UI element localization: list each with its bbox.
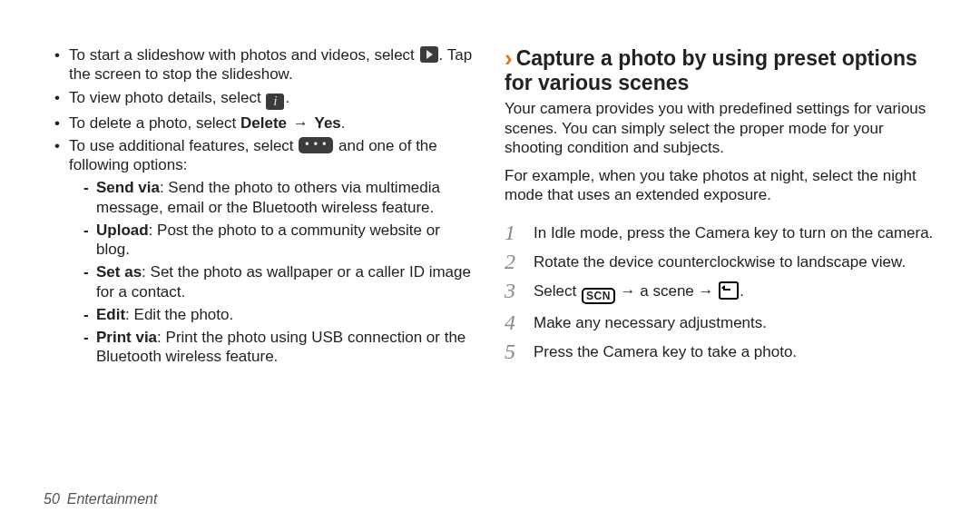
- bullet-additional-features: To use additional features, select and o…: [54, 136, 475, 367]
- paragraph-example: For example, when you take photos at nig…: [505, 166, 936, 205]
- step-number: 5: [505, 340, 524, 362]
- page-footer: 50Entertainment: [44, 490, 157, 508]
- step-5: 5 Press the Camera key to take a photo.: [505, 340, 936, 362]
- step-text: Rotate the device counterclockwise to la…: [534, 251, 936, 271]
- text: .: [285, 89, 289, 106]
- sub-edit: Edit: Edit the photo.: [83, 305, 475, 324]
- manual-page: To start a slideshow with photos and vid…: [0, 0, 980, 532]
- text: .: [740, 282, 744, 300]
- play-icon: [420, 46, 438, 63]
- step-text: Make any necessary adjustments.: [534, 311, 936, 332]
- feature-bullets: To start a slideshow with photos and vid…: [44, 45, 475, 367]
- two-column-layout: To start a slideshow with photos and vid…: [44, 45, 936, 370]
- text: To start a slideshow with photos and vid…: [69, 46, 419, 64]
- section-name: Entertainment: [67, 491, 158, 507]
- step-1: 1 In Idle mode, press the Camera key to …: [505, 222, 936, 243]
- arrow: →: [287, 114, 314, 132]
- step-2: 2 Rotate the device counterclockwise to …: [505, 251, 936, 272]
- left-column: To start a slideshow with photos and vid…: [44, 45, 475, 370]
- label: Upload: [96, 222, 149, 239]
- sub-upload: Upload: Post the photo to a community we…: [83, 221, 475, 260]
- section-heading: ›Capture a photo by using preset options…: [505, 45, 936, 95]
- right-column: ›Capture a photo by using preset options…: [505, 45, 936, 370]
- step-number: 3: [505, 280, 524, 301]
- chevron-right-icon: ›: [505, 44, 516, 72]
- bullet-delete-photo: To delete a photo, select Delete → Yes.: [54, 113, 475, 133]
- sub-print-via: Print via: Print the photo using USB con…: [83, 328, 475, 367]
- text: To use additional features, select: [69, 137, 298, 154]
- page-number: 50: [44, 491, 60, 507]
- step-number: 1: [505, 222, 524, 243]
- text: .: [341, 114, 346, 132]
- label-delete: Delete: [240, 114, 287, 132]
- text: → a scene →: [616, 282, 718, 300]
- sub-send-via: Send via: Send the photo to others via m…: [83, 178, 475, 217]
- step-number: 4: [505, 311, 524, 333]
- text: To delete a photo, select: [69, 114, 240, 132]
- sub-options: Send via: Send the photo to others via m…: [69, 178, 475, 366]
- numbered-steps: 1 In Idle mode, press the Camera key to …: [505, 222, 936, 362]
- label: Send via: [96, 179, 160, 196]
- text: To view photo details, select: [69, 89, 265, 106]
- text: : Post the photo to a community website …: [96, 222, 440, 258]
- text: : Edit the photo.: [125, 306, 233, 323]
- step-text: In Idle mode, press the Camera key to tu…: [534, 222, 936, 242]
- step-text: Press the Camera key to take a photo.: [534, 340, 936, 361]
- paragraph-intro: Your camera provides you with predefined…: [505, 99, 936, 157]
- step-3: 3 Select SCN → a scene → .: [505, 280, 936, 304]
- step-text: Select SCN → a scene → .: [534, 280, 936, 304]
- spacer: [505, 157, 936, 166]
- sub-set-as: Set as: Set the photo as wallpaper or a …: [83, 262, 475, 301]
- label: Set as: [96, 263, 142, 281]
- more-dots-icon: [299, 137, 333, 153]
- step-number: 2: [505, 251, 524, 272]
- bullet-photo-details: To view photo details, select .: [54, 88, 475, 110]
- text: : Set the photo as wallpaper or a caller…: [96, 263, 471, 300]
- label: Print via: [96, 329, 157, 346]
- scn-mode-icon: SCN: [582, 288, 615, 304]
- text: Select: [534, 282, 581, 300]
- heading-text: Capture a photo by using preset options …: [505, 46, 917, 94]
- bullet-slideshow: To start a slideshow with photos and vid…: [54, 45, 475, 84]
- label: Edit: [96, 306, 125, 323]
- step-4: 4 Make any necessary adjustments.: [505, 311, 936, 333]
- info-icon: [266, 94, 284, 110]
- label-yes: Yes: [315, 114, 341, 132]
- back-icon: [719, 281, 739, 300]
